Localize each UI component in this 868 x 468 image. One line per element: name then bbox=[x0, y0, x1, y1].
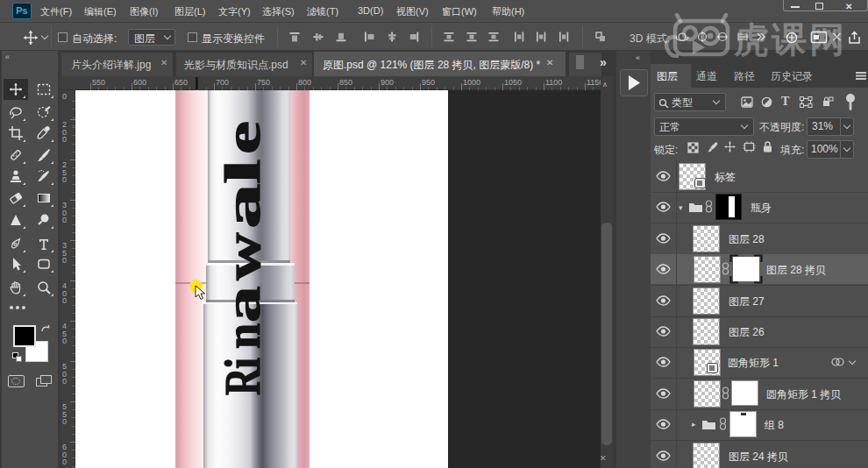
svg-text:n: n bbox=[215, 323, 270, 349]
svg-text:R: R bbox=[215, 367, 270, 395]
svg-text:e: e bbox=[215, 121, 271, 154]
svg-text:w: w bbox=[215, 232, 271, 280]
svg-text:i: i bbox=[216, 358, 270, 369]
svg-text:a: a bbox=[215, 286, 270, 323]
svg-text:l: l bbox=[215, 159, 270, 184]
svg-text:a: a bbox=[215, 183, 270, 229]
